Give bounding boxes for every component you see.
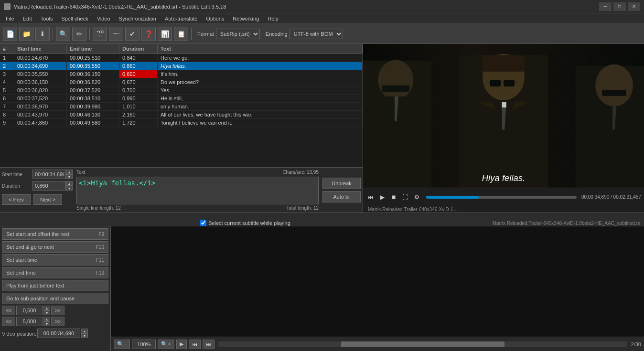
play-button[interactable]: ▶: [377, 192, 387, 202]
large-step-down[interactable]: ▼: [43, 321, 50, 326]
menu-item-file[interactable]: File: [2, 15, 18, 22]
table-row[interactable]: 2 00:00:34,690 00:00:35,550 0,860 Hiya f…: [0, 62, 363, 70]
maximize-button[interactable]: □: [613, 2, 626, 11]
unbreak-button[interactable]: Unbreak: [322, 178, 361, 189]
video-progress-bar[interactable]: [426, 196, 577, 199]
minimize-button[interactable]: ─: [599, 2, 612, 11]
subtitle-panel: # Start time End time Duration Text 1 00…: [0, 44, 363, 213]
dur-down[interactable]: ▼: [66, 186, 73, 191]
cell-end: 00:00:49,580: [67, 119, 119, 127]
set-start-button[interactable]: Set start time F11: [2, 254, 108, 266]
cell-end: 00:00:25,510: [67, 54, 119, 62]
start-input[interactable]: [32, 170, 66, 179]
next-button[interactable]: Next >: [33, 194, 62, 205]
start-up[interactable]: ▲: [66, 170, 73, 174]
wf-next-button[interactable]: ⏭: [203, 340, 215, 349]
small-step-up[interactable]: ▲: [43, 306, 50, 310]
small-step-down[interactable]: ▼: [43, 310, 50, 315]
fullscreen-button[interactable]: ⛶: [400, 192, 410, 202]
pos-down[interactable]: ▼: [81, 333, 88, 338]
menu-item-video[interactable]: Video: [93, 15, 114, 22]
cell-text: Yes.: [158, 86, 363, 94]
prev-button[interactable]: < Prev: [2, 194, 31, 205]
auto-br-button[interactable]: Auto br: [322, 191, 361, 202]
table-row[interactable]: 5 00:00:36,820 00:00:37,520 0,700 Yes.: [0, 86, 363, 95]
small-step-left-button[interactable]: <<: [2, 306, 15, 315]
check-button[interactable]: ✔: [125, 27, 140, 41]
large-step-up[interactable]: ▲: [43, 317, 50, 321]
dur-spin: ▲ ▼: [32, 181, 73, 191]
video-button[interactable]: 🎬: [93, 27, 107, 41]
pos-up[interactable]: ▲: [81, 329, 88, 333]
wf-play-button[interactable]: ▶: [176, 340, 187, 349]
chart-button[interactable]: 📊: [158, 27, 172, 41]
small-step-input[interactable]: [16, 306, 43, 315]
menubar: FileEditToolsSpell checkVideoSynchroniza…: [0, 13, 644, 24]
menu-item-spell-check[interactable]: Spell check: [57, 15, 92, 22]
find-button[interactable]: 🔍: [56, 27, 70, 41]
video-pos-input[interactable]: [37, 329, 80, 338]
cell-text: He is still,: [158, 95, 363, 102]
dur-spinners: ▲ ▼: [66, 181, 73, 191]
menu-item-tools[interactable]: Tools: [37, 15, 57, 22]
wf-prev-button[interactable]: ⏮: [189, 340, 201, 349]
waveform-scrollbar[interactable]: [218, 341, 627, 347]
menu-item-networking[interactable]: Networking: [229, 15, 263, 22]
table-row[interactable]: 9 00:00:47,860 00:00:49,580 1,720 Tonigh…: [0, 119, 363, 127]
table-row[interactable]: 8 00:00:43,970 00:00:46,130 2,160 All of…: [0, 111, 363, 119]
goto-sub-button[interactable]: Go to sub position and pause: [2, 293, 108, 304]
select-checkbox[interactable]: [200, 220, 206, 226]
zoom-out-button[interactable]: 🔍−: [114, 340, 130, 349]
zoom-input[interactable]: [132, 340, 156, 349]
set-end-button[interactable]: Set end time F12: [2, 267, 108, 278]
download-button[interactable]: ⬇: [35, 27, 50, 41]
set-start-offset-button[interactable]: Set start and offset the rest F9: [2, 228, 108, 240]
cell-start: 00:00:34,690: [14, 62, 67, 70]
start-down[interactable]: ▼: [66, 174, 73, 179]
start-spin: ▲ ▼: [32, 170, 73, 179]
cell-text: It's him.: [158, 70, 363, 78]
open-button[interactable]: 📁: [19, 27, 33, 41]
waveform-scrollbar-thumb[interactable]: [341, 341, 504, 347]
start-label: Start time: [2, 172, 31, 177]
large-step-input[interactable]: [16, 317, 43, 326]
large-step-left-button[interactable]: <<: [2, 317, 15, 326]
table-row[interactable]: 3 00:00:35,550 00:00:36,150 0,600 It's h…: [0, 70, 363, 78]
table-row[interactable]: 1 00:00:24,670 00:00:25,510 0,840 Here w…: [0, 54, 363, 62]
menu-item-help[interactable]: Help: [264, 15, 282, 22]
table-row[interactable]: 7 00:00:38,970 00:00:39,980 1,010 only h…: [0, 103, 363, 111]
play-before-button[interactable]: Play from just before text: [2, 280, 108, 291]
encoding-select[interactable]: UTF-8 with BOM: [290, 29, 343, 39]
text-editor[interactable]: <i>Hiya fellas.</i>: [76, 177, 319, 204]
replace-button[interactable]: ✏: [72, 27, 86, 41]
edit-fields: Start time ▲ ▼ Duration ▲: [2, 170, 73, 211]
waveform-button[interactable]: 〰: [109, 27, 123, 41]
small-step-right-button[interactable]: >>: [51, 306, 64, 315]
rewind-button[interactable]: ⏮: [366, 192, 376, 202]
stop-button[interactable]: ⏹: [389, 192, 398, 202]
dur-up[interactable]: ▲: [66, 181, 73, 186]
set-end-goto-button[interactable]: Set end & go to next F10: [2, 241, 108, 253]
help-button[interactable]: ❓: [141, 27, 156, 41]
large-step-right-button[interactable]: >>: [51, 317, 64, 326]
dur-input[interactable]: [32, 181, 66, 191]
bottom-filename: Matrix.Reloaded.Trailer-640x346-XviD-1.0…: [493, 221, 640, 226]
cell-num: 1: [0, 54, 14, 62]
settings-button[interactable]: ⚙: [412, 192, 421, 202]
menu-item-edit[interactable]: Edit: [19, 15, 36, 22]
format-select[interactable]: SubRip (.srt): [216, 29, 260, 39]
waveform-canvas[interactable]: [111, 226, 644, 337]
cell-end: 00:00:39,980: [67, 103, 119, 110]
menu-item-options[interactable]: Options: [202, 15, 228, 22]
close-button[interactable]: ✕: [628, 2, 640, 11]
table-row[interactable]: 4 00:00:36,150 00:00:36,820 0,670 Do we …: [0, 78, 363, 86]
zoom-in-button[interactable]: 🔍+: [158, 340, 174, 349]
table-row[interactable]: 6 00:00:37,520 00:00:38,510 0,990 He is …: [0, 95, 363, 103]
new-button[interactable]: 📄: [3, 27, 17, 41]
bottom-tabs-bar: Select current subtitle while playing Ma…: [0, 213, 644, 226]
stats-button[interactable]: 📋: [174, 27, 188, 41]
window-title: Matrix.Reloaded.Trailer-640x346-XviD-1.0…: [13, 4, 226, 10]
menu-item-synchronization[interactable]: Synchronization: [115, 15, 160, 22]
page-info: 2/30: [631, 341, 641, 347]
menu-item-auto-translate[interactable]: Auto-translate: [161, 15, 201, 22]
